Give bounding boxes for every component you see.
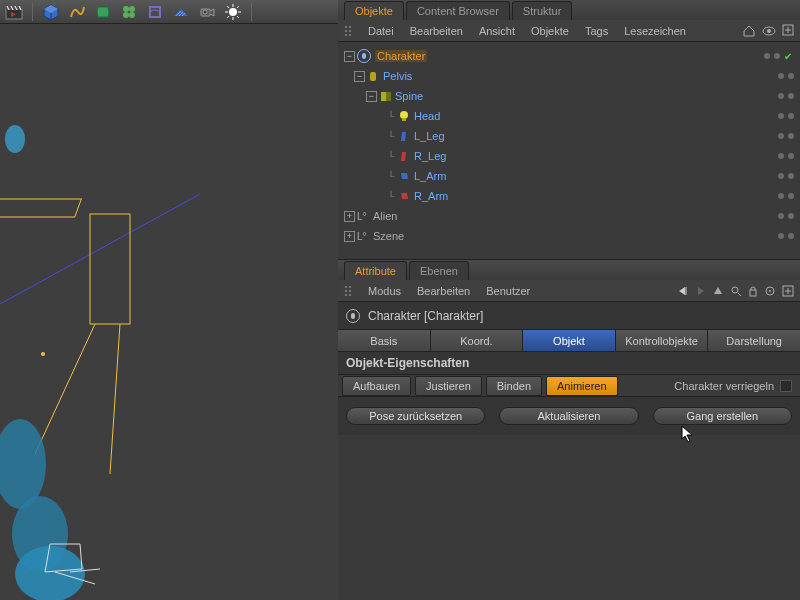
hierarchy-label: R_Leg — [414, 150, 446, 162]
menu-datei[interactable]: Datei — [368, 25, 394, 37]
attribute-menubar: Modus Bearbeiten Benutzer — [338, 280, 800, 302]
svg-rect-50 — [750, 290, 756, 296]
subtab-koord[interactable]: Koord. — [431, 330, 524, 351]
viewport-3d[interactable] — [0, 24, 338, 600]
svg-point-17 — [5, 125, 25, 153]
hierarchy-item-l-arm[interactable]: L_Arm — [398, 170, 778, 182]
mode-justieren[interactable]: Justieren — [415, 376, 482, 396]
spline-icon[interactable] — [67, 3, 87, 21]
menu-benutzer[interactable]: Benutzer — [486, 285, 530, 297]
hierarchy-item-szene[interactable]: L° Szene — [357, 230, 778, 242]
hierarchy-item-alien[interactable]: L° Alien — [357, 210, 778, 222]
home-icon[interactable] — [742, 24, 756, 38]
svg-point-6 — [129, 12, 135, 18]
create-walk-button[interactable]: Gang erstellen — [653, 407, 792, 425]
hierarchy-item-r-arm[interactable]: R_Arm — [398, 190, 778, 202]
svg-rect-35 — [381, 92, 386, 101]
expand-toggle[interactable]: − — [354, 71, 365, 82]
svg-line-49 — [738, 293, 741, 296]
hierarchy-item-l-leg[interactable]: L_Leg — [398, 130, 778, 142]
lock-character-checkbox[interactable] — [780, 380, 792, 392]
svg-rect-34 — [370, 72, 376, 81]
nav-fwd-icon[interactable] — [696, 285, 706, 297]
camera-icon[interactable] — [197, 3, 217, 21]
tab-objekte[interactable]: Objekte — [344, 1, 404, 20]
reset-pose-button[interactable]: Pose zurücksetzen — [346, 407, 485, 425]
svg-line-10 — [0, 194, 200, 304]
joint-icon — [367, 70, 379, 82]
object-hierarchy[interactable]: − Charakter ✔ − Pelvis − Spine └ — [338, 42, 800, 260]
mode-binden[interactable]: Binden — [486, 376, 542, 396]
subtab-basis[interactable]: Basis — [338, 330, 431, 351]
tab-struktur[interactable]: Struktur — [512, 1, 573, 20]
section-title: Objekt-Eigenschaften — [338, 352, 800, 375]
menu-ansicht[interactable]: Ansicht — [479, 25, 515, 37]
nurbs-icon[interactable] — [93, 3, 113, 21]
svg-point-37 — [400, 111, 408, 119]
null-icon: L° — [357, 230, 369, 242]
tab-attribute[interactable]: Attribute — [344, 261, 407, 280]
light-icon[interactable] — [223, 3, 243, 21]
clapper-icon[interactable] — [4, 3, 24, 21]
eye-icon[interactable] — [762, 24, 776, 38]
svg-point-24 — [349, 26, 351, 28]
svg-text:L°: L° — [357, 211, 367, 222]
target-icon[interactable] — [764, 285, 776, 297]
svg-point-9 — [229, 8, 237, 16]
menu-bearbeiten[interactable]: Bearbeiten — [410, 25, 463, 37]
floor-icon[interactable] — [171, 3, 191, 21]
lock-character-label: Charakter verriegeln — [674, 380, 774, 392]
nav-back-icon[interactable] — [676, 285, 690, 297]
up-icon[interactable] — [712, 285, 724, 297]
svg-point-42 — [349, 286, 351, 288]
object-header: Charakter [Charakter] — [338, 302, 800, 330]
menu-tags[interactable]: Tags — [585, 25, 608, 37]
hierarchy-item-charakter[interactable]: Charakter — [357, 49, 764, 63]
menu-bearbeiten-attr[interactable]: Bearbeiten — [417, 285, 470, 297]
svg-point-4 — [129, 6, 135, 12]
svg-point-41 — [345, 286, 347, 288]
tab-content-browser[interactable]: Content Browser — [406, 1, 510, 20]
mode-aufbauen[interactable]: Aufbauen — [342, 376, 411, 396]
expand-toggle[interactable]: − — [344, 51, 355, 62]
grip-icon — [344, 285, 352, 297]
svg-point-23 — [345, 26, 347, 28]
hierarchy-item-pelvis[interactable]: Pelvis — [367, 70, 778, 82]
joint-icon — [398, 110, 410, 122]
search-icon[interactable] — [730, 285, 742, 297]
hierarchy-item-r-leg[interactable]: R_Leg — [398, 150, 778, 162]
cube-icon[interactable] — [41, 3, 61, 21]
svg-point-19 — [15, 546, 85, 600]
update-button[interactable]: Aktualisieren — [499, 407, 638, 425]
menu-objekte[interactable]: Objekte — [531, 25, 569, 37]
joint-icon — [398, 130, 410, 142]
subtab-kontrollobjekte[interactable]: Kontrollobjekte — [616, 330, 709, 351]
menu-lesezeichen[interactable]: Lesezeichen — [624, 25, 686, 37]
check-icon[interactable]: ✔ — [784, 51, 794, 61]
hierarchy-label: Alien — [373, 210, 397, 222]
expand-icon[interactable] — [782, 285, 794, 297]
lock-icon[interactable] — [748, 285, 758, 297]
attribute-subtabs: Basis Koord. Objekt Kontrollobjekte Dars… — [338, 330, 800, 352]
tab-ebenen[interactable]: Ebenen — [409, 261, 469, 280]
svg-point-52 — [769, 290, 771, 292]
svg-point-28 — [349, 34, 351, 36]
deformer-icon[interactable] — [145, 3, 165, 21]
expand-icon[interactable] — [782, 24, 794, 36]
subtab-objekt[interactable]: Objekt — [523, 330, 616, 351]
subtab-darstellung[interactable]: Darstellung — [708, 330, 800, 351]
array-icon[interactable] — [119, 3, 139, 21]
expand-toggle[interactable]: + — [344, 211, 355, 222]
hierarchy-item-spine[interactable]: Spine — [379, 90, 778, 102]
hierarchy-label: Pelvis — [383, 70, 412, 82]
expand-toggle[interactable]: − — [366, 91, 377, 102]
object-title: Charakter [Charakter] — [368, 309, 483, 323]
menu-modus[interactable]: Modus — [368, 285, 401, 297]
joint-icon — [379, 90, 391, 102]
mode-animieren[interactable]: Animieren — [546, 376, 618, 396]
hierarchy-label: Head — [414, 110, 440, 122]
hierarchy-item-head[interactable]: Head — [398, 110, 778, 122]
expand-toggle[interactable]: + — [344, 231, 355, 242]
joint-icon — [398, 170, 410, 182]
svg-text:L°: L° — [357, 231, 367, 242]
